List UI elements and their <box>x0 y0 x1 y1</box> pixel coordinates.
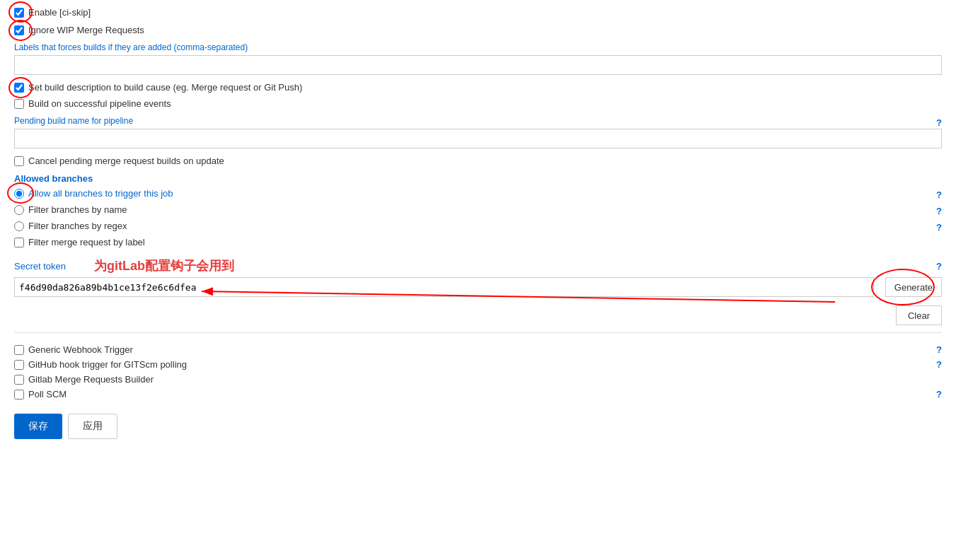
build-on-pipeline-label: Build on successful pipeline events <box>28 98 171 109</box>
labels-field-label: Labels that forces builds if they are ad… <box>14 42 942 52</box>
pending-build-help-icon[interactable]: ? <box>929 117 942 128</box>
filter-by-name-label: Filter branches by name <box>28 204 127 215</box>
cancel-pending-checkbox[interactable]: Cancel pending merge request builds on u… <box>14 156 224 166</box>
filter-merge-request-checkbox[interactable]: Filter merge request by label <box>14 237 145 247</box>
filter-merge-request-label: Filter merge request by label <box>28 237 145 247</box>
apply-button[interactable]: 应用 <box>68 414 117 439</box>
build-on-pipeline-checkbox[interactable]: Build on successful pipeline events <box>14 98 171 109</box>
generic-webhook-help-icon[interactable]: ? <box>929 344 942 355</box>
enable-ci-skip-checkbox[interactable]: Enable [ci-skip] <box>14 7 91 18</box>
github-hook-label: GitHub hook trigger for GITScm polling <box>28 359 187 370</box>
filter-by-regex-radio[interactable]: Filter branches by regex <box>14 221 127 231</box>
pending-build-input[interactable] <box>14 129 942 148</box>
filter-by-regex-help-icon[interactable]: ? <box>929 222 942 233</box>
poll-scm-help-icon[interactable]: ? <box>929 389 942 399</box>
generic-webhook-checkbox[interactable]: Generic Webhook Trigger <box>14 344 133 355</box>
pending-build-label: Pending build name for pipeline <box>14 116 133 126</box>
save-button[interactable]: 保存 <box>14 414 62 439</box>
allowed-branches-heading: Allowed branches <box>14 173 942 184</box>
footer-buttons: 保存 应用 <box>14 414 942 439</box>
generic-webhook-label: Generic Webhook Trigger <box>28 344 133 355</box>
secret-token-help-icon[interactable]: ? <box>929 261 942 272</box>
filter-by-name-radio[interactable]: Filter branches by name <box>14 204 127 215</box>
gitlab-merge-checkbox[interactable]: Gitlab Merge Requests Builder <box>14 374 154 385</box>
allow-all-branches-radio[interactable]: Allow all branches to trigger this job <box>14 188 173 199</box>
labels-input[interactable] <box>14 55 942 75</box>
secret-token-input[interactable] <box>14 277 874 297</box>
github-hook-help-icon[interactable]: ? <box>929 359 942 370</box>
poll-scm-checkbox[interactable]: Poll SCM <box>14 389 67 399</box>
filter-by-name-help-icon[interactable]: ? <box>929 206 942 216</box>
triggers-section: Generic Webhook Trigger ? GitHub hook tr… <box>14 344 942 399</box>
generate-button[interactable]: Generate <box>885 277 942 297</box>
filter-by-regex-label: Filter branches by regex <box>28 221 127 231</box>
secret-token-label: Secret token <box>14 261 66 272</box>
allow-all-help-icon[interactable]: ? <box>929 189 942 200</box>
ignore-wip-label: Ignore WIP Merge Requests <box>28 25 144 35</box>
poll-scm-label: Poll SCM <box>28 389 67 399</box>
clear-button[interactable]: Clear <box>896 305 942 325</box>
gitlab-merge-label: Gitlab Merge Requests Builder <box>28 374 154 385</box>
enable-ci-skip-label: Enable [ci-skip] <box>28 7 91 18</box>
set-build-desc-checkbox[interactable]: Set build description to build cause (eg… <box>14 82 302 93</box>
set-build-desc-label: Set build description to build cause (eg… <box>28 82 302 93</box>
ignore-wip-checkbox[interactable]: Ignore WIP Merge Requests <box>14 25 144 35</box>
allow-all-branches-label: Allow all branches to trigger this job <box>28 188 173 199</box>
secret-token-annotation: 为gitLab配置钩子会用到 <box>94 257 234 274</box>
cancel-pending-label: Cancel pending merge request builds on u… <box>28 156 224 166</box>
github-hook-checkbox[interactable]: GitHub hook trigger for GITScm polling <box>14 359 187 370</box>
